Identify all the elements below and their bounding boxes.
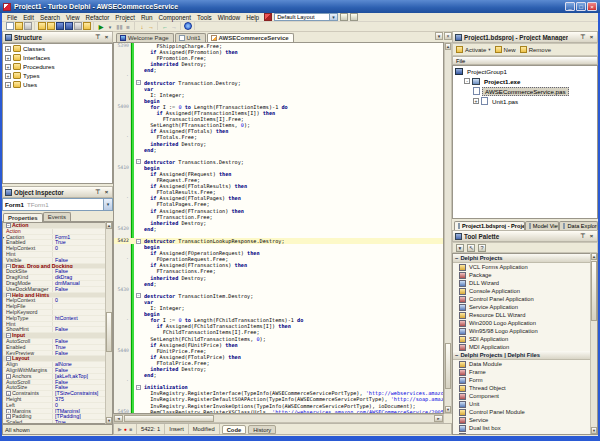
property-value[interactable] bbox=[53, 229, 112, 234]
activate-button[interactable]: Activate▾ bbox=[456, 46, 491, 53]
structure-item-classes[interactable]: +Classes bbox=[3, 44, 112, 53]
scrollbar-thumb[interactable] bbox=[124, 415, 214, 422]
remove-button[interactable]: Remove bbox=[520, 46, 551, 53]
palette-item-console-application[interactable]: Console Application bbox=[453, 287, 597, 295]
collapse-minus-icon[interactable]: − bbox=[455, 352, 458, 358]
run-icon[interactable]: ▶ bbox=[97, 22, 105, 30]
collapse-minus-icon[interactable]: − bbox=[6, 356, 11, 361]
step-over-icon[interactable]: → bbox=[147, 22, 155, 30]
palette-item-vcl-forms-application[interactable]: VCL Forms Application bbox=[453, 263, 597, 271]
property-value[interactable]: 0 bbox=[53, 298, 112, 303]
help-icon[interactable] bbox=[184, 22, 192, 30]
close-icon[interactable]: × bbox=[103, 34, 110, 40]
property-value[interactable] bbox=[53, 322, 112, 327]
fold-collapse-icon[interactable]: − bbox=[136, 80, 141, 85]
instance-selector-combo[interactable]: Form1 TForm1 ▾ bbox=[2, 198, 113, 211]
palette-item-win2000-logo-application[interactable]: Win2000 Logo Application bbox=[453, 319, 597, 327]
property-value[interactable] bbox=[53, 310, 112, 315]
property-value[interactable]: 0 bbox=[53, 403, 112, 408]
expand-plus-icon[interactable]: + bbox=[5, 64, 11, 70]
property-value[interactable]: [TMargins] bbox=[53, 409, 112, 414]
scroll-up-icon[interactable]: ▲ bbox=[106, 222, 112, 229]
palette-item-service-application[interactable]: Service Application bbox=[453, 303, 597, 311]
palette-scrollbar[interactable]: ▲ ▼ bbox=[590, 253, 597, 434]
property-value[interactable]: False bbox=[53, 385, 112, 390]
expand-plus-icon[interactable]: + bbox=[5, 82, 11, 88]
open-icon[interactable] bbox=[83, 22, 91, 30]
menu-search[interactable]: Search bbox=[37, 14, 63, 21]
property-value[interactable] bbox=[53, 252, 112, 257]
open-icon[interactable] bbox=[15, 22, 23, 30]
fold-collapse-icon[interactable]: − bbox=[136, 239, 141, 244]
collapse-minus-icon[interactable]: - bbox=[464, 78, 470, 84]
scroll-left-icon[interactable]: ◄ bbox=[114, 415, 123, 422]
palette-item-form[interactable]: Form bbox=[453, 376, 597, 384]
new-button[interactable]: New bbox=[495, 46, 516, 53]
tab-history[interactable]: History bbox=[248, 425, 276, 434]
dock-tab-project1-bdsproj-project-m-[interactable]: Project1.bdsproj - Project M... bbox=[454, 221, 525, 230]
scroll-up-icon[interactable]: ▲ bbox=[591, 253, 597, 260]
open-folder-icon[interactable] bbox=[38, 22, 46, 30]
palette-item-resource-dll-wizard[interactable]: Resource DLL Wizard bbox=[453, 311, 597, 319]
fold-collapse-icon[interactable]: − bbox=[136, 293, 141, 298]
tab-events[interactable]: Events bbox=[43, 212, 71, 221]
collapse-minus-icon[interactable]: − bbox=[6, 333, 11, 338]
menu-help[interactable]: Help bbox=[243, 14, 262, 21]
close-icon[interactable]: × bbox=[588, 34, 595, 40]
palette-item-win95-98-logo-application[interactable]: Win95/98 Logo Application bbox=[453, 327, 597, 335]
palette-item-control-panel-module[interactable]: Control Panel Module bbox=[453, 408, 597, 416]
palette-item-component[interactable]: Component bbox=[453, 392, 597, 400]
property-value[interactable]: [TSizeConstraints] bbox=[53, 391, 112, 396]
property-value[interactable]: False bbox=[53, 351, 112, 356]
scroll-down-icon[interactable]: ▼ bbox=[106, 417, 112, 424]
scrollbar-thumb[interactable] bbox=[106, 312, 112, 352]
menu-window[interactable]: Window bbox=[215, 14, 243, 21]
expand-plus-icon[interactable]: + bbox=[6, 414, 11, 419]
close-page-button[interactable]: × bbox=[444, 32, 452, 40]
pause-icon[interactable]: ▮▮ bbox=[115, 22, 123, 30]
tab-properties[interactable]: Properties bbox=[3, 213, 43, 222]
save-all-icon[interactable] bbox=[65, 22, 73, 30]
tool-palette-titlebar[interactable]: Tool Palette ⊤ × bbox=[452, 230, 598, 242]
tab-welcome-page[interactable]: Welcome Page bbox=[116, 33, 174, 42]
property-value[interactable]: alNone bbox=[53, 362, 112, 367]
scrollbar-thumb[interactable] bbox=[445, 343, 451, 389]
structure-panel-titlebar[interactable]: Structure ⊤ × bbox=[2, 31, 113, 43]
expand-plus-icon[interactable]: + bbox=[6, 391, 11, 396]
menu-view[interactable]: View bbox=[63, 14, 83, 21]
close-button[interactable]: × bbox=[587, 2, 597, 11]
palette-item-control-panel-application[interactable]: Control Panel Application bbox=[453, 295, 597, 303]
macro-play-icon[interactable]: ▶ bbox=[118, 426, 122, 432]
file-column-header[interactable]: File bbox=[452, 56, 598, 65]
menu-refactor[interactable]: Refactor bbox=[83, 14, 113, 21]
palette-item-mdi-application[interactable]: MDI Application bbox=[453, 343, 597, 351]
macro-controls[interactable]: ▶ ● ■ bbox=[114, 424, 137, 434]
property-value[interactable]: False bbox=[53, 287, 112, 292]
property-value[interactable]: False bbox=[53, 368, 112, 373]
property-value[interactable]: True bbox=[53, 345, 112, 350]
palette-item-thread-object[interactable]: Thread Object bbox=[453, 384, 597, 392]
palette-help-icon[interactable]: ? bbox=[478, 244, 486, 252]
chevron-down-icon[interactable]: ▾ bbox=[103, 199, 112, 210]
save-desktop-icon[interactable] bbox=[340, 13, 348, 21]
menu-tools[interactable]: Tools bbox=[194, 14, 215, 21]
tab-awsecommerceservice[interactable]: AWSECommerceService bbox=[207, 33, 294, 42]
close-icon[interactable]: × bbox=[588, 233, 595, 239]
property-value[interactable]: Form1 bbox=[53, 235, 112, 240]
menu-run[interactable]: Run bbox=[138, 14, 156, 21]
terminate-icon[interactable]: ■ bbox=[124, 22, 132, 30]
palette-item-dll-wizard[interactable]: DLL Wizard bbox=[453, 279, 597, 287]
palette-item-password-dialog[interactable]: Password Dialog bbox=[453, 432, 597, 435]
minimize-button[interactable]: _ bbox=[565, 2, 575, 11]
scroll-up-icon[interactable]: ▲ bbox=[445, 43, 451, 50]
structure-item-procedures[interactable]: +Procedures bbox=[3, 62, 112, 71]
run-options-icon[interactable]: ▾ bbox=[106, 22, 114, 30]
chevron-down-icon[interactable]: ▾ bbox=[329, 14, 337, 20]
trace-into-icon[interactable]: ↓ bbox=[138, 22, 146, 30]
property-value[interactable]: False bbox=[53, 269, 112, 274]
palette-item-data-module[interactable]: Data Module bbox=[453, 360, 597, 368]
fold-collapse-icon[interactable]: − bbox=[136, 159, 141, 164]
dock-tab-data-explorer[interactable]: Data Explorer bbox=[559, 221, 598, 230]
navigate-back-icon[interactable]: ← bbox=[161, 22, 169, 30]
close-icon[interactable]: × bbox=[103, 189, 110, 195]
